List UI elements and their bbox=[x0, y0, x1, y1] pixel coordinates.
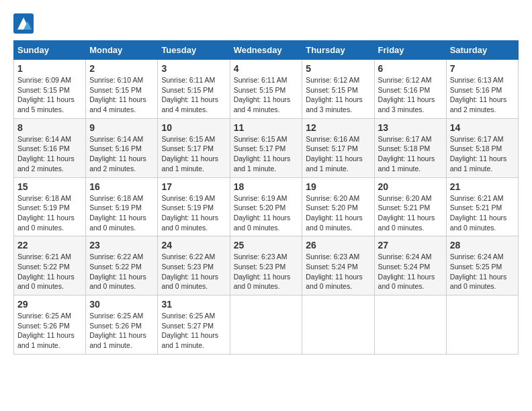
calendar-week-5: 29 Sunrise: 6:25 AM Sunset: 5:26 PM Dayl… bbox=[14, 295, 519, 355]
day-info: Sunrise: 6:17 AM Sunset: 5:18 PM Dayligh… bbox=[378, 134, 443, 174]
day-info: Sunrise: 6:21 AM Sunset: 5:22 PM Dayligh… bbox=[17, 252, 82, 291]
day-number: 3 bbox=[161, 63, 226, 74]
calendar-cell bbox=[446, 295, 518, 355]
logo-icon bbox=[13, 13, 34, 34]
day-info: Sunrise: 6:25 AM Sunset: 5:26 PM Dayligh… bbox=[89, 311, 154, 351]
calendar-week-1: 1 Sunrise: 6:09 AM Sunset: 5:15 PM Dayli… bbox=[14, 60, 519, 119]
day-info: Sunrise: 6:13 AM Sunset: 5:16 PM Dayligh… bbox=[450, 75, 515, 115]
day-number: 8 bbox=[17, 122, 82, 133]
day-number: 25 bbox=[234, 240, 299, 250]
calendar-week-4: 22 Sunrise: 6:21 AM Sunset: 5:22 PM Dayl… bbox=[14, 236, 519, 295]
calendar-cell: 1 Sunrise: 6:09 AM Sunset: 5:15 PM Dayli… bbox=[14, 60, 86, 119]
day-info: Sunrise: 6:25 AM Sunset: 5:26 PM Dayligh… bbox=[17, 311, 82, 351]
day-info: Sunrise: 6:19 AM Sunset: 5:19 PM Dayligh… bbox=[161, 193, 226, 233]
col-header-thursday: Thursday bbox=[302, 41, 374, 60]
calendar-cell: 23 Sunrise: 6:22 AM Sunset: 5:22 PM Dayl… bbox=[86, 236, 158, 295]
calendar-cell bbox=[230, 295, 302, 355]
calendar-cell: 31 Sunrise: 6:25 AM Sunset: 5:27 PM Dayl… bbox=[158, 295, 230, 355]
day-number: 12 bbox=[306, 122, 370, 133]
day-number: 15 bbox=[17, 181, 82, 192]
calendar-cell: 8 Sunrise: 6:14 AM Sunset: 5:16 PM Dayli… bbox=[14, 118, 86, 177]
day-number: 2 bbox=[89, 63, 154, 74]
day-number: 6 bbox=[378, 63, 443, 74]
calendar-cell: 20 Sunrise: 6:20 AM Sunset: 5:21 PM Dayl… bbox=[374, 177, 446, 236]
day-info: Sunrise: 6:22 AM Sunset: 5:23 PM Dayligh… bbox=[161, 252, 226, 291]
day-number: 9 bbox=[89, 122, 154, 133]
calendar-cell: 2 Sunrise: 6:10 AM Sunset: 5:15 PM Dayli… bbox=[86, 60, 158, 119]
calendar-cell: 16 Sunrise: 6:18 AM Sunset: 5:19 PM Dayl… bbox=[86, 177, 158, 236]
calendar-cell: 15 Sunrise: 6:18 AM Sunset: 5:19 PM Dayl… bbox=[14, 177, 86, 236]
col-header-friday: Friday bbox=[374, 41, 446, 60]
calendar-cell: 28 Sunrise: 6:24 AM Sunset: 5:25 PM Dayl… bbox=[446, 236, 518, 295]
calendar-cell: 10 Sunrise: 6:15 AM Sunset: 5:17 PM Dayl… bbox=[158, 118, 230, 177]
day-number: 19 bbox=[306, 181, 370, 192]
day-number: 20 bbox=[378, 181, 443, 192]
calendar-cell: 19 Sunrise: 6:20 AM Sunset: 5:20 PM Dayl… bbox=[302, 177, 374, 236]
col-header-tuesday: Tuesday bbox=[158, 41, 230, 60]
day-info: Sunrise: 6:23 AM Sunset: 5:23 PM Dayligh… bbox=[234, 252, 299, 291]
calendar-cell: 6 Sunrise: 6:12 AM Sunset: 5:16 PM Dayli… bbox=[374, 60, 446, 119]
calendar-cell: 7 Sunrise: 6:13 AM Sunset: 5:16 PM Dayli… bbox=[446, 60, 518, 119]
calendar-cell: 12 Sunrise: 6:16 AM Sunset: 5:17 PM Dayl… bbox=[302, 118, 374, 177]
day-number: 18 bbox=[234, 181, 299, 192]
day-number: 26 bbox=[306, 240, 370, 250]
calendar-week-3: 15 Sunrise: 6:18 AM Sunset: 5:19 PM Dayl… bbox=[14, 177, 519, 236]
day-info: Sunrise: 6:14 AM Sunset: 5:16 PM Dayligh… bbox=[17, 134, 82, 174]
calendar-cell: 9 Sunrise: 6:14 AM Sunset: 5:16 PM Dayli… bbox=[86, 118, 158, 177]
calendar-cell: 4 Sunrise: 6:11 AM Sunset: 5:15 PM Dayli… bbox=[230, 60, 302, 119]
calendar-cell: 5 Sunrise: 6:12 AM Sunset: 5:15 PM Dayli… bbox=[302, 60, 374, 119]
day-number: 7 bbox=[450, 63, 515, 74]
calendar-week-2: 8 Sunrise: 6:14 AM Sunset: 5:16 PM Dayli… bbox=[14, 118, 519, 177]
day-number: 11 bbox=[234, 122, 299, 133]
day-number: 22 bbox=[17, 240, 82, 250]
day-number: 13 bbox=[378, 122, 443, 133]
col-header-sunday: Sunday bbox=[14, 41, 86, 60]
calendar-cell: 27 Sunrise: 6:24 AM Sunset: 5:24 PM Dayl… bbox=[374, 236, 446, 295]
day-info: Sunrise: 6:15 AM Sunset: 5:17 PM Dayligh… bbox=[234, 134, 299, 174]
calendar-cell: 30 Sunrise: 6:25 AM Sunset: 5:26 PM Dayl… bbox=[86, 295, 158, 355]
day-info: Sunrise: 6:24 AM Sunset: 5:24 PM Dayligh… bbox=[378, 252, 443, 291]
logo bbox=[13, 13, 36, 34]
day-number: 28 bbox=[450, 240, 515, 250]
calendar-cell: 17 Sunrise: 6:19 AM Sunset: 5:19 PM Dayl… bbox=[158, 177, 230, 236]
calendar-body: 1 Sunrise: 6:09 AM Sunset: 5:15 PM Dayli… bbox=[14, 60, 519, 355]
day-number: 30 bbox=[89, 299, 154, 310]
day-info: Sunrise: 6:10 AM Sunset: 5:15 PM Dayligh… bbox=[89, 75, 154, 115]
day-info: Sunrise: 6:12 AM Sunset: 5:15 PM Dayligh… bbox=[306, 75, 370, 115]
day-info: Sunrise: 6:25 AM Sunset: 5:27 PM Dayligh… bbox=[161, 311, 226, 351]
day-info: Sunrise: 6:20 AM Sunset: 5:21 PM Dayligh… bbox=[378, 193, 443, 233]
day-number: 5 bbox=[306, 63, 370, 74]
col-header-monday: Monday bbox=[86, 41, 158, 60]
day-info: Sunrise: 6:14 AM Sunset: 5:16 PM Dayligh… bbox=[89, 134, 154, 174]
calendar-cell: 22 Sunrise: 6:21 AM Sunset: 5:22 PM Dayl… bbox=[14, 236, 86, 295]
day-info: Sunrise: 6:12 AM Sunset: 5:16 PM Dayligh… bbox=[378, 75, 443, 115]
calendar-cell: 11 Sunrise: 6:15 AM Sunset: 5:17 PM Dayl… bbox=[230, 118, 302, 177]
calendar-cell: 3 Sunrise: 6:11 AM Sunset: 5:15 PM Dayli… bbox=[158, 60, 230, 119]
day-number: 21 bbox=[450, 181, 515, 192]
day-info: Sunrise: 6:21 AM Sunset: 5:21 PM Dayligh… bbox=[450, 193, 515, 233]
day-number: 10 bbox=[161, 122, 226, 133]
day-number: 24 bbox=[161, 240, 226, 250]
calendar-cell bbox=[302, 295, 374, 355]
day-number: 27 bbox=[378, 240, 443, 250]
day-info: Sunrise: 6:16 AM Sunset: 5:17 PM Dayligh… bbox=[306, 134, 370, 174]
calendar-cell: 18 Sunrise: 6:19 AM Sunset: 5:20 PM Dayl… bbox=[230, 177, 302, 236]
day-number: 1 bbox=[17, 63, 82, 74]
day-info: Sunrise: 6:17 AM Sunset: 5:18 PM Dayligh… bbox=[450, 134, 515, 174]
day-info: Sunrise: 6:11 AM Sunset: 5:15 PM Dayligh… bbox=[234, 75, 299, 115]
calendar-cell: 21 Sunrise: 6:21 AM Sunset: 5:21 PM Dayl… bbox=[446, 177, 518, 236]
day-info: Sunrise: 6:19 AM Sunset: 5:20 PM Dayligh… bbox=[234, 193, 299, 233]
calendar-cell: 14 Sunrise: 6:17 AM Sunset: 5:18 PM Dayl… bbox=[446, 118, 518, 177]
calendar-cell: 26 Sunrise: 6:23 AM Sunset: 5:24 PM Dayl… bbox=[302, 236, 374, 295]
day-number: 29 bbox=[17, 299, 82, 310]
col-header-wednesday: Wednesday bbox=[230, 41, 302, 60]
day-info: Sunrise: 6:09 AM Sunset: 5:15 PM Dayligh… bbox=[17, 75, 82, 115]
day-number: 14 bbox=[450, 122, 515, 133]
day-info: Sunrise: 6:23 AM Sunset: 5:24 PM Dayligh… bbox=[306, 252, 370, 291]
day-number: 17 bbox=[161, 181, 226, 192]
day-info: Sunrise: 6:24 AM Sunset: 5:25 PM Dayligh… bbox=[450, 252, 515, 291]
calendar-header-row: SundayMondayTuesdayWednesdayThursdayFrid… bbox=[14, 41, 519, 60]
col-header-saturday: Saturday bbox=[446, 41, 518, 60]
day-info: Sunrise: 6:22 AM Sunset: 5:22 PM Dayligh… bbox=[89, 252, 154, 291]
calendar-cell: 29 Sunrise: 6:25 AM Sunset: 5:26 PM Dayl… bbox=[14, 295, 86, 355]
